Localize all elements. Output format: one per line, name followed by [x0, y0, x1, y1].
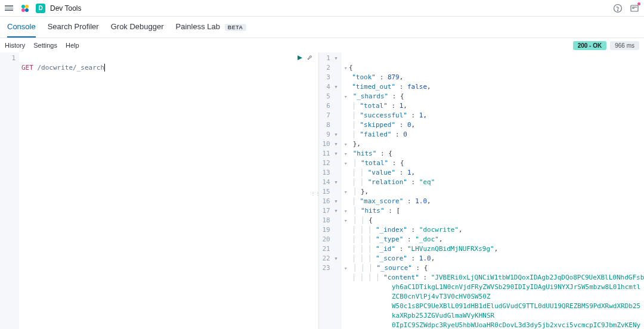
svg-point-0 — [21, 5, 25, 8]
svg-point-2 — [21, 8, 25, 12]
newsfeed-icon[interactable] — [630, 4, 639, 13]
elastic-logo — [20, 4, 30, 13]
svg-point-1 — [25, 5, 29, 8]
request-editor[interactable]: 1 GET /docwrite/_search ⋮⋮ — [0, 52, 319, 329]
svg-point-5 — [618, 10, 618, 11]
wrench-icon[interactable] — [306, 54, 313, 61]
tab-grok-debugger[interactable]: Grok Debugger — [111, 17, 164, 38]
hamburger-menu-icon[interactable] — [5, 4, 14, 13]
history-link[interactable]: History — [5, 42, 25, 49]
tab-painless-lab[interactable]: Painless Lab BETA — [176, 17, 246, 38]
http-method: GET — [21, 64, 33, 72]
tab-search-profiler[interactable]: Search Profiler — [48, 17, 99, 38]
settings-link[interactable]: Settings — [33, 42, 57, 49]
response-viewer: 1 ▾2 3 4 ▾5 6 7 8 9 ▾10 ▾11 ▾12 13 14 ▾1… — [319, 52, 644, 329]
app-badge: D — [36, 4, 45, 13]
status-badge: 200 - OK — [573, 41, 607, 50]
request-path: /docwrite/_search — [38, 64, 105, 72]
beta-badge: BETA — [225, 24, 246, 31]
svg-point-3 — [25, 8, 29, 12]
help-icon[interactable] — [613, 4, 623, 13]
help-link[interactable]: Help — [66, 42, 79, 49]
response-gutter: 1 ▾2 3 4 ▾5 6 7 8 9 ▾10 ▾11 ▾12 13 14 ▾1… — [319, 52, 342, 329]
duration-badge: 966 ms — [610, 41, 639, 50]
resize-handle[interactable]: ⋮⋮ — [311, 191, 320, 196]
line-gutter: 1 — [0, 52, 19, 329]
send-request-icon[interactable] — [296, 54, 304, 61]
tab-console[interactable]: Console — [7, 17, 36, 38]
app-title: Dev Tools — [50, 4, 81, 13]
